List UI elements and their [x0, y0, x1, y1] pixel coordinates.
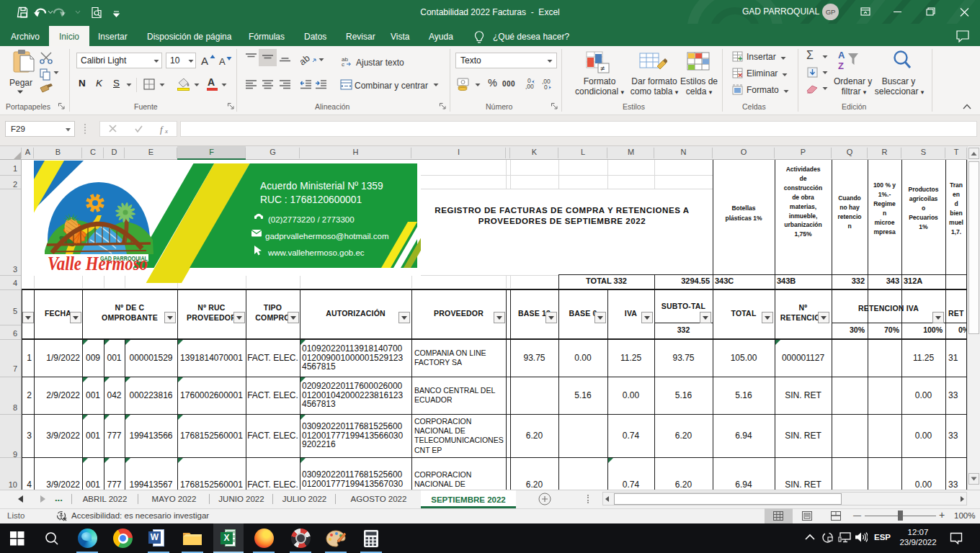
svg-text:Z: Z: [838, 60, 844, 71]
svg-text:≠: ≠: [600, 64, 605, 73]
svg-text:RUC : 1768120600001: RUC : 1768120600001: [260, 194, 362, 205]
svg-text:(02)2773220 / 2773300: (02)2773220 / 2773300: [268, 215, 355, 224]
svg-text:0: 0: [544, 84, 548, 90]
svg-text:f: f: [160, 124, 164, 135]
svg-text:+: +: [738, 54, 742, 63]
svg-text:A: A: [838, 50, 845, 60]
svg-text:www.vallehermoso.gob.ec: www.vallehermoso.gob.ec: [267, 248, 365, 257]
svg-text:c: c: [342, 61, 344, 66]
svg-text:x: x: [164, 127, 168, 135]
svg-text:Valle Hermoso: Valle Hermoso: [48, 253, 148, 274]
svg-text:ab: ab: [300, 53, 312, 66]
svg-text:×: ×: [738, 71, 742, 79]
svg-text:0: 0: [527, 78, 531, 84]
svg-text:gadprvallehermoso@hotmail.com: gadprvallehermoso@hotmail.com: [265, 232, 388, 240]
svg-text:Acuerdo Ministerial Nº 1359: Acuerdo Ministerial Nº 1359: [260, 181, 383, 192]
